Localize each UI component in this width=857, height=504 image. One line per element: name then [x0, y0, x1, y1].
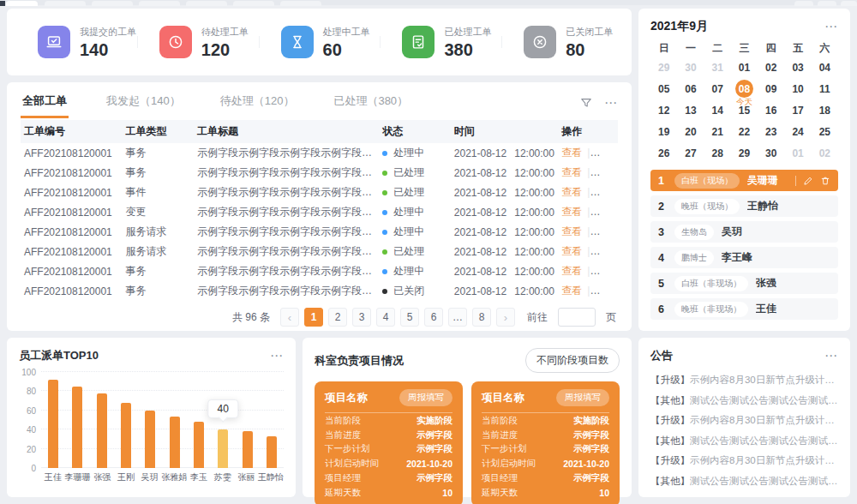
view-link[interactable]: 查看 — [561, 265, 582, 277]
tab-0[interactable]: 全部工单 — [21, 88, 69, 118]
calendar-day[interactable]: 30 — [677, 57, 704, 78]
calendar-day[interactable]: 09 — [758, 78, 784, 99]
announcement-item[interactable]: 【升级】示例内容8月30日新节点升级计划通知 — [650, 451, 838, 471]
calendar-day[interactable]: 20 — [677, 121, 704, 142]
calendar-day[interactable]: 10 — [784, 78, 811, 99]
calendar-day[interactable]: 07 — [704, 78, 731, 99]
bar[interactable] — [194, 422, 204, 468]
calendar-day[interactable]: 01 — [784, 142, 811, 164]
page-button[interactable]: 1 — [304, 308, 323, 327]
cell-time: 2021-08-1212:00:00 — [451, 143, 558, 163]
calendar-day[interactable]: 06 — [677, 78, 704, 99]
page-next-button[interactable]: › — [496, 308, 515, 327]
more-icon[interactable]: ⋯ — [604, 99, 618, 107]
schedule-row[interactable]: 4鹏博士李王峰 — [650, 247, 838, 268]
bar[interactable] — [170, 417, 180, 468]
stage-count-button[interactable]: 不同阶段项目数 — [525, 348, 620, 373]
table-header-cell: 时间 — [451, 120, 558, 143]
calendar-day[interactable]: 18 — [812, 99, 838, 121]
edit-icon[interactable] — [803, 176, 813, 186]
schedule-row[interactable]: 2晚班（现场）王静怡 — [650, 195, 838, 217]
bar-highlight[interactable] — [218, 429, 228, 468]
view-link[interactable]: 查看 — [561, 166, 582, 178]
cell-status: 处理中 — [379, 143, 451, 163]
bar[interactable] — [72, 387, 82, 468]
view-link[interactable]: 查看 — [561, 186, 582, 198]
calendar-day[interactable]: 19 — [650, 121, 677, 142]
day-number: 11 — [819, 83, 830, 95]
calendar-day[interactable]: 21 — [704, 121, 731, 142]
cell-order-title: 示例字段示例字段示例字段示例字段示例字段 — [194, 261, 379, 281]
calendar-day[interactable]: 12 — [650, 99, 677, 121]
announcement-item[interactable]: 【升级】示例内容8月30日新节点升级计划通知 — [650, 411, 838, 431]
calendar-more-icon[interactable]: ⋯ — [824, 22, 838, 31]
announcement-item[interactable]: 【升级】示例内容8月30日新节点升级计划通知 — [650, 370, 838, 391]
schedule-row[interactable]: 3生物岛吴玥 — [650, 221, 838, 243]
view-link[interactable]: 查看 — [561, 206, 582, 218]
view-link[interactable]: 查看 — [561, 225, 582, 237]
calendar-day[interactable]: 23 — [758, 121, 784, 142]
page-ellipsis[interactable]: … — [448, 308, 467, 327]
calendar-day[interactable]: 02 — [812, 142, 838, 164]
page-button[interactable]: 6 — [424, 308, 443, 327]
calendar-day[interactable]: 14 — [704, 99, 731, 121]
view-link[interactable]: 查看 — [561, 285, 582, 297]
calendar-day[interactable]: 31 — [704, 57, 731, 78]
calendar-day[interactable]: 16 — [758, 99, 784, 121]
page-button[interactable]: 2 — [328, 308, 347, 327]
calendar-day[interactable]: 01 — [731, 57, 758, 78]
tab-1[interactable]: 我发起（140） — [105, 88, 183, 118]
calendar-day[interactable]: 26 — [650, 142, 677, 164]
trash-icon[interactable] — [820, 176, 830, 186]
calendar-day[interactable]: 04 — [812, 57, 838, 78]
tab-3[interactable]: 已处理（380） — [332, 88, 410, 118]
bar[interactable] — [145, 411, 155, 468]
bar[interactable] — [48, 380, 58, 468]
calendar-day[interactable]: 17 — [784, 99, 811, 121]
announcement-more-icon[interactable]: ⋯ — [824, 351, 838, 360]
calendar-day[interactable]: 22 — [731, 121, 758, 142]
announcement-item[interactable]: 【其他】测试公告测试公告测试公告测试公告测试公告 — [650, 391, 838, 411]
view-link[interactable]: 查看 — [561, 147, 582, 159]
page-button[interactable]: 4 — [376, 308, 395, 327]
weekly-report-badge[interactable]: 周报填写 — [556, 389, 609, 406]
calendar-day[interactable]: 29 — [650, 57, 677, 78]
view-link[interactable]: 查看 — [561, 245, 582, 257]
announcement-item[interactable]: 【其他】测试公告测试公告测试公告测试公告测试公告 — [650, 471, 838, 492]
tab-bar-active-tab — [6, 1, 38, 6]
goto-page-input[interactable] — [558, 308, 596, 327]
calendar-day[interactable]: 30 — [758, 142, 784, 164]
project-field: 项目经理示例字段 — [325, 471, 452, 485]
schedule-row[interactable]: 5白班（非现场）张强 — [650, 273, 838, 294]
page-button[interactable]: 5 — [400, 308, 419, 327]
schedule-row[interactable]: 1白班（现场）吴珊珊 — [650, 170, 838, 191]
calendar-day[interactable]: 24 — [784, 121, 811, 142]
calendar-day[interactable]: 28 — [704, 142, 731, 164]
calendar-day[interactable]: 03 — [784, 57, 811, 78]
calendar-day[interactable]: 27 — [677, 142, 704, 164]
calendar-day[interactable]: 29 — [731, 142, 758, 164]
page-prev-button[interactable]: ‹ — [280, 308, 299, 327]
page-button[interactable]: 8 — [472, 308, 491, 327]
calendar-day-today[interactable]: 08今天 — [731, 78, 758, 99]
calendar-day[interactable]: 02 — [758, 57, 784, 78]
tab-2[interactable]: 待处理（120） — [219, 88, 297, 118]
calendar-day[interactable]: 05 — [650, 78, 677, 99]
announcement-item[interactable]: 【其他】测试公告测试公告测试公告测试公告测试公告 — [650, 431, 838, 452]
bar[interactable] — [243, 431, 253, 468]
calendar-day[interactable]: 25 — [812, 121, 838, 142]
bar-slot — [162, 372, 186, 468]
weekly-report-badge[interactable]: 周报填写 — [399, 389, 452, 406]
schedule-row[interactable]: 6晚班（非现场）王佳 — [650, 298, 838, 320]
calendar-day[interactable]: 11 — [812, 78, 838, 99]
calendar-day[interactable]: 15 — [731, 99, 758, 121]
page-button[interactable]: 3 — [352, 308, 371, 327]
filter-icon[interactable] — [580, 97, 592, 109]
bar[interactable] — [97, 393, 107, 468]
bar[interactable] — [267, 436, 277, 468]
chart-more-icon[interactable]: ⋯ — [270, 351, 284, 360]
calendar-day[interactable]: 13 — [677, 99, 704, 121]
cell-time: 2021-08-1212:00:00 — [451, 261, 558, 281]
bar[interactable] — [121, 403, 131, 468]
pagination-total: 共 96 条 — [232, 310, 270, 325]
